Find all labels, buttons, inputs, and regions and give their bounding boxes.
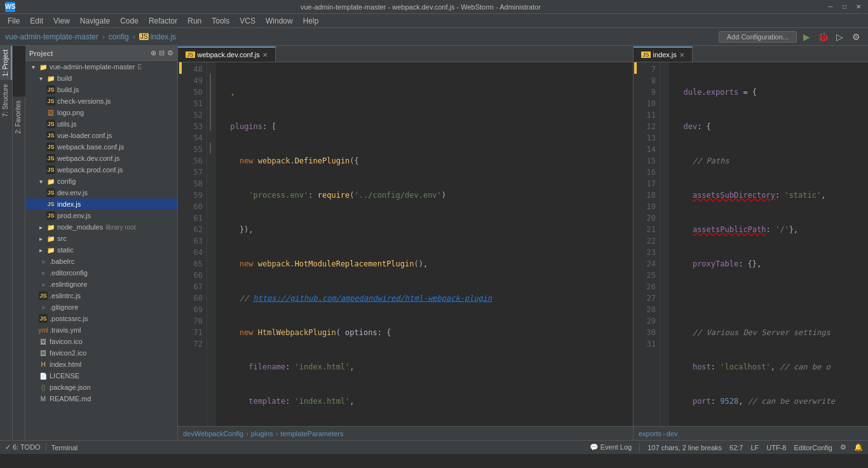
notifications-icon[interactable]: 🔔 bbox=[854, 443, 863, 451]
menubar-code[interactable]: Code bbox=[115, 15, 144, 27]
src-collapse-icon: ▸ bbox=[36, 233, 46, 244]
terminal-btn[interactable]: Terminal bbox=[51, 444, 78, 451]
line-ending[interactable]: LF bbox=[750, 444, 759, 451]
code-line-56: filename: 'index.html', bbox=[221, 361, 633, 373]
menubar-help[interactable]: Help bbox=[298, 15, 324, 27]
run-coverage-icon[interactable]: ▷ bbox=[832, 30, 846, 44]
statusbar: ✓ 6: TODO Terminal 💬 Event Log 107 chars… bbox=[0, 440, 868, 454]
tree-src[interactable]: ▸ 📁 src bbox=[25, 233, 177, 244]
tree-index-html[interactable]: H index.html bbox=[25, 359, 177, 370]
tree-eslintrc[interactable]: JS .eslintrc.js bbox=[25, 290, 177, 301]
webpack-dev-tab[interactable]: JS webpack.dev.conf.js ✕ bbox=[178, 46, 276, 62]
menubar-navigate[interactable]: Navigate bbox=[75, 15, 115, 27]
tree-gear-icon[interactable]: ⚙ bbox=[167, 49, 173, 57]
toolbar-project-link[interactable]: vue-admin-template-master bbox=[5, 32, 98, 41]
tree-collapse-btn[interactable]: ⊟ bbox=[159, 49, 165, 57]
gitignore-icon: ○ bbox=[38, 302, 48, 312]
settings-gear-icon[interactable]: ⚙ bbox=[840, 443, 846, 451]
index-js-tab-label: index.js bbox=[653, 51, 677, 59]
tree-index-js[interactable]: JS index.js bbox=[25, 198, 177, 210]
code-content[interactable]: , plugins: [ new webpack.DefinePlugin({ … bbox=[216, 62, 633, 426]
tree-build-js[interactable]: JS build.js bbox=[25, 84, 177, 95]
tree-add-btn[interactable]: ⊕ bbox=[151, 49, 156, 57]
menubar-refactor[interactable]: Refactor bbox=[144, 15, 182, 27]
tree-header: Project ⊕ ⊟ ⚙ bbox=[25, 46, 177, 61]
settings-icon[interactable]: ⚙ bbox=[849, 30, 863, 44]
tab-bar: JS webpack.dev.conf.js ✕ bbox=[178, 46, 633, 62]
bc-templateparameters[interactable]: templateParameters bbox=[280, 430, 343, 437]
minimize-btn[interactable]: ─ bbox=[826, 3, 835, 11]
build-js-icon: JS bbox=[46, 85, 56, 95]
debug-icon[interactable]: 🐞 bbox=[816, 30, 830, 44]
menubar-file[interactable]: File bbox=[3, 15, 25, 27]
toolbar-config-link[interactable]: config bbox=[109, 32, 129, 41]
collapse-icon: ▾ bbox=[28, 62, 38, 72]
tree-license[interactable]: 📄 LICENSE bbox=[25, 370, 177, 382]
right-code-content[interactable]: dule.exports = { dev: { // Paths assetsS… bbox=[669, 62, 868, 426]
ws-logo: WS bbox=[5, 2, 15, 12]
tree-prod-env[interactable]: JS prod.env.js bbox=[25, 210, 177, 221]
event-log-btn[interactable]: 💬 Event Log bbox=[590, 443, 632, 451]
tree-build-folder[interactable]: ▾ 📁 build bbox=[25, 72, 177, 84]
tree-static[interactable]: ▸ 📁 static bbox=[25, 244, 177, 256]
tree-check-versions[interactable]: JS check-versions.js bbox=[25, 95, 177, 107]
code-line-48: , bbox=[221, 86, 633, 98]
tree-postcssrc[interactable]: JS .postcssrc.js bbox=[25, 313, 177, 324]
tree-eslintignore[interactable]: ○ .eslintignore bbox=[25, 279, 177, 290]
right-bc-dev[interactable]: dev bbox=[667, 430, 678, 437]
project-panel-tab[interactable]: 1: Project bbox=[0, 46, 12, 80]
menubar-view[interactable]: View bbox=[48, 15, 75, 27]
tree-root[interactable]: ▾ 📁 vue-admin-template-master E bbox=[25, 61, 177, 72]
tree-package-json[interactable]: {} package.json bbox=[25, 382, 177, 393]
tree-webpack-dev[interactable]: JS webpack.dev.conf.js bbox=[25, 153, 177, 164]
structure-panel-tab[interactable]: 7: Structure bbox=[0, 80, 12, 121]
prod-env-icon: JS bbox=[46, 210, 56, 221]
bc-plugins[interactable]: plugins bbox=[251, 430, 273, 437]
code-editor: 48 49 50 51 52 53 54 55 56 57 58 59 60 6… bbox=[178, 62, 633, 426]
tree-gitignore[interactable]: ○ .gitignore bbox=[25, 301, 177, 313]
code-line-49: plugins: [ bbox=[221, 121, 633, 132]
toolbar-file-link[interactable]: JS index.js bbox=[139, 32, 176, 41]
run-icon[interactable]: ▶ bbox=[799, 30, 813, 44]
tree-webpack-prod[interactable]: JS webpack.prod.conf.js bbox=[25, 164, 177, 176]
line-numbers: 48 49 50 51 52 53 54 55 56 57 58 59 60 6… bbox=[182, 62, 207, 426]
todo-btn[interactable]: ✓ 6: TODO bbox=[5, 443, 41, 451]
encoding[interactable]: UTF-8 bbox=[766, 444, 786, 451]
static-collapse-icon: ▸ bbox=[36, 245, 46, 255]
editorconfig-icon: ○ bbox=[38, 268, 48, 278]
menubar-vcs[interactable]: VCS bbox=[234, 15, 261, 27]
index-js-tab[interactable]: JS index.js ✕ bbox=[634, 46, 693, 62]
maximize-btn[interactable]: □ bbox=[840, 3, 849, 11]
tree-node-modules[interactable]: ▸ 📁 node_modules library root bbox=[25, 221, 177, 233]
tree-babelrc[interactable]: ○ .babelrc bbox=[25, 256, 177, 267]
add-configuration-btn[interactable]: Add Configuration... bbox=[719, 31, 797, 43]
tree-dev-env[interactable]: JS dev.env.js bbox=[25, 187, 177, 198]
tree-webpack-base[interactable]: JS webpack.base.conf.js bbox=[25, 141, 177, 153]
tree-favicon[interactable]: 🖼 favicon.ico bbox=[25, 336, 177, 347]
terminal-label: Terminal bbox=[51, 444, 78, 451]
menubar-tools[interactable]: Tools bbox=[207, 15, 234, 27]
tree-editorconfig[interactable]: ○ .editorconfig bbox=[25, 267, 177, 279]
tree-vue-loader[interactable]: JS vue-loader.conf.js bbox=[25, 130, 177, 141]
tree-favicon2[interactable]: 🖼 favicon2.ico bbox=[25, 347, 177, 359]
menubar-run[interactable]: Run bbox=[182, 15, 207, 27]
config-folder-icon: 📁 bbox=[46, 176, 56, 186]
index-js-tab-close[interactable]: ✕ bbox=[679, 52, 684, 59]
right-bc-exports[interactable]: exports bbox=[639, 430, 661, 437]
tree-logo[interactable]: 🖼 logo.png bbox=[25, 107, 177, 118]
menubar-edit[interactable]: Edit bbox=[25, 15, 48, 27]
webpack-tab-close[interactable]: ✕ bbox=[262, 52, 268, 59]
bc-devwebpackconfig[interactable]: devWebpackConfig bbox=[183, 430, 243, 437]
tree-utils[interactable]: JS utils.js bbox=[25, 118, 177, 130]
build-folder-icon: 📁 bbox=[46, 73, 56, 83]
tree-travis[interactable]: yml .travis.yml bbox=[25, 324, 177, 336]
tree-readme[interactable]: M README.md bbox=[25, 393, 177, 404]
cursor-position[interactable]: 62:7 bbox=[729, 444, 743, 451]
close-btn[interactable]: ✕ bbox=[854, 3, 863, 11]
menubar-window[interactable]: Window bbox=[261, 15, 298, 27]
editor-config[interactable]: EditorConfig bbox=[794, 444, 832, 451]
todo-icon: ✓ bbox=[5, 443, 11, 451]
tree-config-folder[interactable]: ▾ 📁 config bbox=[25, 176, 177, 187]
static-folder-icon: 📁 bbox=[46, 245, 56, 255]
favorites-panel-tab[interactable]: 2: Favorites bbox=[13, 97, 25, 137]
